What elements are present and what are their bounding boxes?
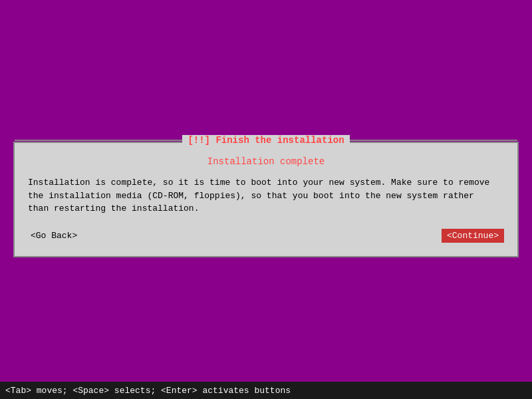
status-bar-text: <Tab> moves; <Space> selects; <Enter> ac… bbox=[5, 386, 291, 396]
dialog-heading: Installation complete bbox=[28, 156, 504, 167]
title-bar-line-right bbox=[350, 140, 517, 141]
dialog-title-bar: [!!] Finish the installation bbox=[182, 135, 349, 146]
title-bar-line-left bbox=[15, 140, 182, 141]
continue-button[interactable]: <Continue> bbox=[442, 229, 504, 243]
go-back-button[interactable]: <Go Back> bbox=[28, 229, 80, 242]
status-bar: <Tab> moves; <Space> selects; <Enter> ac… bbox=[0, 382, 532, 399]
dialog-box: [!!] Finish the installation Installatio… bbox=[13, 142, 519, 257]
dialog-wrapper: [!!] Finish the installation Installatio… bbox=[13, 142, 519, 257]
title-bar: [!!] Finish the installation bbox=[15, 135, 517, 146]
dialog-footer: <Go Back> <Continue> bbox=[28, 229, 504, 246]
dialog-body: Installation is complete, so it is time … bbox=[28, 176, 504, 215]
dialog-content: Installation complete Installation is co… bbox=[15, 143, 517, 256]
